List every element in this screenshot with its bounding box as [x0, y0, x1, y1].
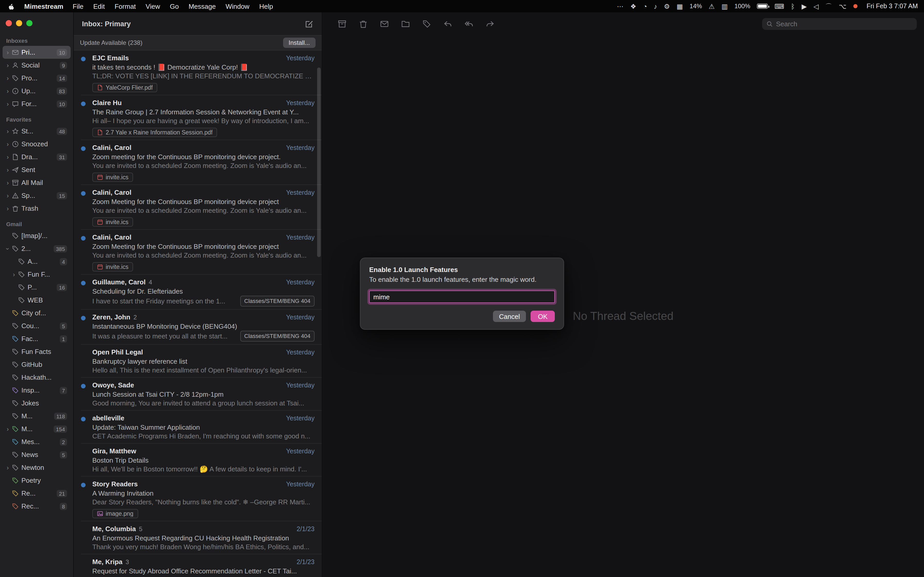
sidebar-item-a[interactable]: A...4 — [3, 255, 71, 268]
sidebar-item-web[interactable]: WEB — [3, 294, 71, 306]
archive-icon[interactable] — [338, 19, 347, 28]
menu-format[interactable]: Format — [115, 2, 136, 10]
email-list-item[interactable]: Calini, CarolYesterdayZoom meeting for t… — [74, 140, 322, 185]
control-center-icon[interactable]: ⌥ — [839, 3, 846, 10]
close-window-button[interactable] — [6, 20, 12, 26]
trash-icon[interactable] — [359, 19, 368, 28]
sidebar-item-jokes[interactable]: Jokes — [3, 397, 71, 409]
magic-word-input[interactable] — [369, 290, 555, 303]
email-list-item[interactable]: Claire HuYesterdayThe Raine Group | 2.7 … — [74, 95, 322, 140]
warning-icon[interactable]: ⚠ — [709, 3, 715, 10]
forward-icon[interactable] — [486, 19, 494, 28]
zoom-window-button[interactable] — [26, 20, 32, 26]
menu-file[interactable]: File — [73, 2, 84, 10]
menu-go[interactable]: Go — [170, 2, 179, 10]
chevron-right-icon[interactable]: › — [5, 192, 10, 198]
chevron-right-icon[interactable]: › — [5, 62, 10, 68]
sidebar-item-p[interactable]: P...16 — [3, 281, 71, 294]
email-list-item[interactable]: Guillaume, Carol4YesterdayScheduling for… — [74, 275, 322, 309]
bookmark-icon[interactable]: ❖ — [630, 3, 636, 10]
menu-message[interactable]: Message — [189, 2, 216, 10]
sidebar-item-st[interactable]: ›St...48 — [3, 125, 71, 137]
menu-edit[interactable]: Edit — [93, 2, 105, 10]
display-icon[interactable]: ▥ — [721, 3, 728, 10]
mark-unread-icon[interactable] — [380, 19, 389, 28]
wifi-icon[interactable]: ⌒ — [825, 3, 832, 10]
sidebar-item-rec[interactable]: Rec...8 — [3, 500, 71, 513]
grid-icon[interactable]: ▦ — [677, 3, 683, 10]
recording-indicator[interactable] — [853, 4, 857, 8]
attachment-chip[interactable]: invite.ics — [92, 262, 133, 271]
sidebar-item-for[interactable]: ›For...10 — [3, 97, 71, 110]
sidebar-item-poetry[interactable]: Poetry — [3, 474, 71, 487]
chevron-right-icon[interactable]: › — [5, 88, 10, 94]
email-list-item[interactable]: Calini, CarolYesterdayZoom Meeting for t… — [74, 230, 322, 275]
label-icon[interactable] — [422, 19, 431, 28]
reply-icon[interactable] — [443, 19, 452, 28]
battery-full-percent[interactable]: 100% — [735, 3, 750, 10]
chevron-down-icon[interactable]: › — [5, 246, 11, 251]
email-list-item[interactable]: Me, Columbia52/1/23An Enormous Request R… — [74, 521, 322, 554]
chevron-right-icon[interactable]: › — [5, 464, 10, 471]
attachment-chip[interactable]: invite.ics — [92, 172, 133, 182]
chevron-right-icon[interactable]: › — [5, 167, 10, 173]
email-list-item[interactable]: Zeren, John2YesterdayInstantaneous BP Mo… — [74, 309, 322, 345]
reply-all-icon[interactable] — [465, 19, 473, 28]
music-icon[interactable]: ♪ — [654, 3, 657, 10]
search-input[interactable]: Search — [762, 18, 917, 30]
chevron-right-icon[interactable]: › — [5, 205, 10, 211]
sidebar-item-fac[interactable]: Fac...1 — [3, 332, 71, 345]
chevron-right-icon[interactable]: › — [5, 426, 10, 432]
sidebar-item-re[interactable]: Re...21 — [3, 487, 71, 500]
sidebar-item-m[interactable]: ›M...154 — [3, 422, 71, 435]
menu-view[interactable]: View — [146, 2, 160, 10]
sidebar-item-github[interactable]: GitHub — [3, 358, 71, 371]
volume-icon[interactable]: ◁ — [813, 3, 819, 10]
menu-help[interactable]: Help — [259, 2, 273, 10]
sidebar-item-insp[interactable]: Insp...7 — [3, 384, 71, 397]
chevron-right-icon[interactable]: › — [5, 49, 10, 55]
menu-window[interactable]: Window — [226, 2, 250, 10]
time-machine-icon[interactable]: ◔ — [643, 3, 647, 10]
sidebar-item-hackath[interactable]: Hackath... — [3, 371, 71, 384]
sidebar-item-sent[interactable]: ›Sent — [3, 163, 71, 176]
move-to-folder-icon[interactable] — [401, 19, 410, 28]
settings-icon[interactable]: ⚙ — [664, 3, 670, 10]
sidebar-item-snoozed[interactable]: ›Snoozed — [3, 137, 71, 150]
attachment-chip[interactable]: invite.ics — [92, 218, 133, 227]
play-icon[interactable]: ▶ — [801, 3, 807, 10]
sidebar-item-city-of[interactable]: City of... — [3, 306, 71, 319]
list-scrollbar-thumb[interactable] — [317, 68, 321, 257]
sidebar-item-fun-f[interactable]: ›Fun F... — [3, 268, 71, 281]
chevron-right-icon[interactable]: › — [5, 75, 10, 81]
sidebar-item-dra[interactable]: ›Dra...31 — [3, 150, 71, 163]
sidebar-item-news[interactable]: News5 — [3, 448, 71, 461]
install-update-button[interactable]: Install... — [283, 38, 315, 48]
sidebar-item-imap[interactable]: [Imap]/... — [3, 229, 71, 242]
sidebar-item-fun-facts[interactable]: Fun Facts — [3, 345, 71, 358]
compose-icon[interactable] — [305, 19, 313, 28]
battery-low-percent[interactable]: 14% — [690, 3, 702, 10]
attachment-chip[interactable]: 2.7 Yale x Raine Information Session.pdf — [92, 128, 217, 137]
sidebar-item-up[interactable]: ›Up...83 — [3, 84, 71, 97]
chevron-right-icon[interactable]: › — [5, 128, 10, 134]
ok-button[interactable]: OK — [531, 311, 555, 322]
cancel-button[interactable]: Cancel — [493, 311, 526, 322]
keyboard-icon[interactable]: ⌨ — [774, 3, 784, 10]
sidebar-item-pri[interactable]: ›Pri...10 — [3, 46, 71, 59]
email-list-item[interactable]: EJC EmailsYesterdayit takes ten seconds … — [74, 50, 322, 95]
bluetooth-icon[interactable]: ᛒ — [791, 3, 795, 10]
email-list-item[interactable]: Owoye, SadeYesterdayLunch Session at Tsa… — [74, 378, 322, 411]
chevron-right-icon[interactable]: › — [5, 154, 10, 160]
app-menu-title[interactable]: Mimestream — [24, 2, 63, 10]
email-list-item[interactable]: Me, Kripa32/1/23Request for Study Abroad… — [74, 554, 322, 577]
label-chip[interactable]: Classes/STEM/BENG 404 — [240, 296, 315, 306]
sidebar-item-trash[interactable]: ›Trash — [3, 202, 71, 215]
sidebar-item-mes[interactable]: Mes...2 — [3, 435, 71, 448]
label-chip[interactable]: Classes/STEM/BENG 404 — [240, 331, 315, 342]
sidebar-item-all-mail[interactable]: ›All Mail — [3, 176, 71, 189]
battery-icon[interactable] — [757, 3, 768, 9]
email-list-item[interactable]: Story ReadersYesterdayA Warming Invitati… — [74, 477, 322, 521]
email-list-item[interactable]: Calini, CarolYesterdayZoom Meeting for t… — [74, 185, 322, 230]
email-list-item[interactable]: Open Phil LegalYesterdayBankruptcy lawye… — [74, 345, 322, 378]
